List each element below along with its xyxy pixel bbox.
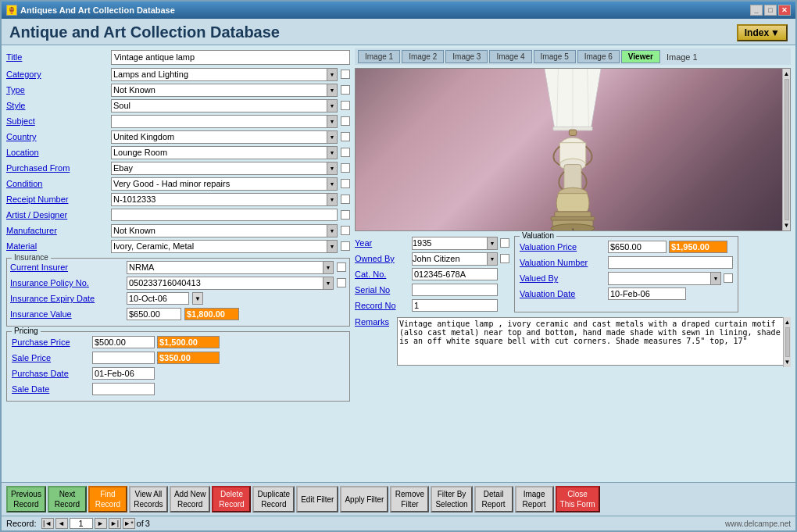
manufacturer-checkbox[interactable] bbox=[341, 226, 350, 235]
duplicate-record-button[interactable]: DuplicateRecord bbox=[252, 486, 295, 512]
val-number-label[interactable]: Valuation Number bbox=[520, 258, 606, 267]
receipt-number-label[interactable]: Receipt Number bbox=[6, 195, 108, 204]
purchase-date-input[interactable] bbox=[92, 367, 155, 380]
condition-checkbox[interactable] bbox=[341, 179, 350, 188]
view-all-records-button[interactable]: View AllRecords bbox=[129, 486, 168, 512]
country-label[interactable]: Country bbox=[6, 132, 108, 141]
image-report-button[interactable]: ImageReport bbox=[515, 486, 554, 512]
artist-designer-label[interactable]: Artist / Designer bbox=[6, 210, 108, 220]
detail-report-button[interactable]: DetailReport bbox=[474, 486, 513, 512]
val-price-input[interactable] bbox=[608, 241, 667, 253]
insurance-value-input[interactable] bbox=[127, 308, 181, 320]
serial-no-input[interactable] bbox=[412, 284, 498, 296]
viewer-tab[interactable]: Viewer bbox=[621, 50, 660, 63]
location-checkbox[interactable] bbox=[341, 148, 350, 157]
edit-filter-button[interactable]: Edit Filter bbox=[296, 486, 338, 512]
nav-next[interactable]: ► bbox=[95, 518, 107, 529]
remarks-textarea[interactable]: Vintage antique lamp , ivory ceramic and… bbox=[397, 317, 791, 366]
remove-filter-button[interactable]: RemoveFilter bbox=[390, 486, 429, 512]
val-number-input[interactable] bbox=[608, 256, 733, 269]
next-record-button[interactable]: NextRecord bbox=[48, 486, 87, 512]
purchased-from-label[interactable]: Purchased From bbox=[6, 163, 108, 173]
image-tab-4[interactable]: Image 4 bbox=[489, 50, 531, 63]
subject-checkbox[interactable] bbox=[341, 116, 350, 126]
delete-record-button[interactable]: DeleteRecord bbox=[212, 486, 251, 512]
purchased-from-select[interactable]: Ebay bbox=[111, 162, 338, 175]
year-label[interactable]: Year bbox=[355, 238, 409, 248]
cat-no-label[interactable]: Cat. No. bbox=[355, 270, 409, 279]
expiry-input[interactable] bbox=[127, 292, 189, 305]
val-valued-by-checkbox[interactable] bbox=[724, 273, 733, 283]
policy-checkbox[interactable] bbox=[337, 278, 346, 287]
remarks-scroll-up[interactable]: ▲ bbox=[784, 319, 791, 326]
material-label[interactable]: Material bbox=[6, 241, 108, 251]
close-this-form-button[interactable]: CloseThis Form bbox=[556, 486, 600, 512]
policy-select[interactable]: 050233716040413 bbox=[127, 277, 334, 290]
remarks-scroll-down[interactable]: ▼ bbox=[784, 359, 791, 366]
purchase-price-label[interactable]: Purchase Price bbox=[12, 337, 90, 347]
cat-no-input[interactable] bbox=[412, 268, 498, 280]
category-select[interactable]: Lamps and Lighting bbox=[111, 68, 338, 81]
material-checkbox[interactable] bbox=[341, 241, 350, 251]
insurance-value-label[interactable]: Insurance Value bbox=[10, 309, 123, 319]
sale-price-input[interactable] bbox=[92, 352, 155, 364]
image-tab-3[interactable]: Image 3 bbox=[445, 50, 488, 63]
image-tab-2[interactable]: Image 2 bbox=[402, 50, 444, 63]
serial-no-label[interactable]: Serial No bbox=[355, 285, 409, 295]
type-label[interactable]: Type bbox=[6, 85, 108, 95]
category-checkbox[interactable] bbox=[341, 70, 350, 79]
year-select[interactable]: 1935 bbox=[412, 237, 498, 250]
scroll-down[interactable]: ▼ bbox=[784, 222, 790, 229]
owned-by-checkbox[interactable] bbox=[500, 254, 509, 263]
nav-new[interactable]: ►* bbox=[123, 518, 135, 529]
receipt-number-select[interactable]: N-1012333 bbox=[111, 193, 338, 206]
expiry-label[interactable]: Insurance Expiry Date bbox=[10, 294, 123, 303]
style-checkbox[interactable] bbox=[341, 101, 350, 110]
type-select[interactable]: Not Known bbox=[111, 84, 338, 97]
remarks-label[interactable]: Remarks bbox=[355, 317, 394, 327]
artist-designer-checkbox[interactable] bbox=[341, 210, 350, 220]
subject-label[interactable]: Subject bbox=[6, 116, 108, 126]
style-label[interactable]: Style bbox=[6, 101, 108, 110]
sale-date-label[interactable]: Sale Date bbox=[12, 384, 90, 394]
maximize-button[interactable]: □ bbox=[764, 5, 777, 16]
scrollbar[interactable]: ▲ ▼ bbox=[782, 69, 790, 230]
insurer-select[interactable]: NRMA bbox=[127, 261, 334, 274]
manufacturer-label[interactable]: Manufacturer bbox=[6, 226, 108, 235]
val-valued-by-select[interactable] bbox=[608, 272, 721, 285]
previous-record-button[interactable]: PreviousRecord bbox=[6, 486, 46, 512]
purchase-date-label[interactable]: Purchase Date bbox=[12, 369, 90, 378]
remarks-scrollbar[interactable]: ▲ ▼ bbox=[783, 317, 791, 367]
sale-date-input[interactable] bbox=[92, 383, 155, 395]
location-select[interactable]: Lounge Room bbox=[111, 146, 338, 159]
receipt-number-checkbox[interactable] bbox=[341, 195, 350, 204]
material-select[interactable]: Ivory, Ceramic, Metal bbox=[111, 240, 338, 253]
record-no-label[interactable]: Record No bbox=[355, 301, 409, 310]
subject-select[interactable] bbox=[111, 115, 338, 128]
artist-designer-input[interactable] bbox=[111, 209, 338, 221]
val-price-orange[interactable] bbox=[669, 241, 727, 253]
category-label[interactable]: Category bbox=[6, 70, 108, 79]
sale-price-label[interactable]: Sale Price bbox=[12, 353, 90, 362]
insurer-label[interactable]: Current Insurer bbox=[10, 262, 123, 272]
val-valued-by-label[interactable]: Valued By bbox=[520, 273, 606, 283]
title-label[interactable]: Title bbox=[6, 52, 108, 62]
image-tab-1[interactable]: Image 1 bbox=[358, 50, 400, 63]
insurance-value-orange[interactable] bbox=[184, 308, 239, 320]
image-tab-5[interactable]: Image 5 bbox=[534, 50, 576, 63]
scroll-up[interactable]: ▲ bbox=[784, 70, 790, 77]
nav-first[interactable]: |◄ bbox=[41, 518, 54, 529]
nav-prev[interactable]: ◄ bbox=[55, 518, 68, 529]
minimize-button[interactable]: _ bbox=[750, 5, 763, 16]
purchase-price-orange[interactable] bbox=[157, 336, 220, 348]
type-checkbox[interactable] bbox=[341, 85, 350, 95]
sale-price-orange[interactable] bbox=[157, 352, 220, 364]
record-current[interactable] bbox=[70, 518, 93, 529]
nav-last[interactable]: ►| bbox=[109, 518, 121, 529]
owned-by-label[interactable]: Owned By bbox=[355, 254, 409, 263]
style-select[interactable]: Soul bbox=[111, 99, 338, 112]
record-no-input[interactable] bbox=[412, 299, 498, 312]
apply-filter-button[interactable]: Apply Filter bbox=[340, 486, 388, 512]
val-date-label[interactable]: Valuation Date bbox=[520, 289, 606, 298]
manufacturer-select[interactable]: Not Known bbox=[111, 224, 338, 237]
